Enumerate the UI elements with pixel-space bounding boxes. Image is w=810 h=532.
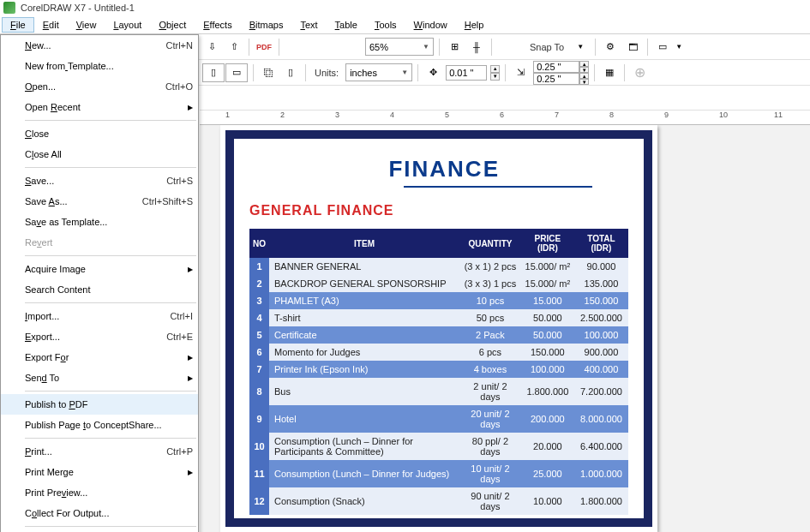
menu-item-acquire-image[interactable]: Acquire Image▶ xyxy=(1,259,198,279)
snap-dropdown[interactable]: ▼ xyxy=(571,38,590,57)
separator xyxy=(647,39,648,56)
menu-effects[interactable]: Effects xyxy=(195,17,240,33)
menu-item-new[interactable]: New...Ctrl+N xyxy=(1,35,198,56)
page-orientation-portrait[interactable]: ▯ xyxy=(202,63,225,82)
menu-item-print-merge[interactable]: Print Merge▶ xyxy=(1,462,198,482)
separator xyxy=(253,64,254,81)
page-orientation-landscape[interactable]: ▭ xyxy=(225,63,248,82)
cell-total: 7.200.000 xyxy=(574,378,628,405)
cell-qty: 10 unit/ 2 days xyxy=(459,460,521,487)
menu-item-export[interactable]: Export...Ctrl+E xyxy=(1,326,198,347)
menu-icon xyxy=(4,79,20,94)
menu-file[interactable]: File xyxy=(2,17,34,33)
document-page[interactable]: FINANCE GENERAL FINANCE NOITEMQUANTITYPR… xyxy=(220,125,657,532)
menu-item-save[interactable]: Save...Ctrl+S xyxy=(1,170,198,191)
menu-item-close[interactable]: Close xyxy=(1,123,198,144)
export-icon[interactable]: ⇧ xyxy=(225,38,243,57)
menu-table[interactable]: Table xyxy=(327,17,366,33)
menu-icon xyxy=(4,505,20,521)
cell-price: 200.000 xyxy=(521,405,574,433)
menu-item-save-as[interactable]: Save As...Ctrl+Shift+S xyxy=(1,191,198,212)
menu-item-collect-for-output[interactable]: Collect For Output... xyxy=(1,503,198,523)
table-row: 9Hotel20 unit/ 2 days200.0008.000.000 xyxy=(249,405,628,433)
menu-bitmaps[interactable]: Bitmaps xyxy=(241,17,292,33)
menu-item-label: Print Merge xyxy=(25,467,184,477)
menu-item-new-from-template[interactable]: New from Template... xyxy=(1,56,198,76)
table-row: 1BANNER GENERAL(3 x 1) 2 pcs15.000/ m²90… xyxy=(249,258,628,275)
cell-qty: 4 boxes xyxy=(459,361,521,378)
menu-item-close-all[interactable]: Close All xyxy=(1,144,198,164)
menu-item-search-content[interactable]: Search Content xyxy=(1,279,198,300)
dup-y-input[interactable]: 0.25 " xyxy=(533,73,579,85)
menu-item-print[interactable]: Print...Ctrl+P xyxy=(1,441,198,462)
cell-qty: 10 pcs xyxy=(459,292,521,309)
nudge-input[interactable]: 0.01 " xyxy=(446,65,487,81)
snap-icon[interactable]: ⊞ xyxy=(445,38,464,57)
menu-icon xyxy=(4,126,20,141)
menu-layout[interactable]: Layout xyxy=(105,17,150,33)
table-row: 6Momento for Judges6 pcs150.000900.000 xyxy=(249,344,628,361)
ruler-tick: 6 xyxy=(500,111,504,119)
menu-item-label: New... xyxy=(25,40,166,51)
submenu-arrow-icon: ▶ xyxy=(188,374,193,382)
treat-as-filled-icon[interactable]: ▦ xyxy=(600,63,619,82)
table-header: TOTAL (IDR) xyxy=(574,229,628,258)
nudge-spinner[interactable]: ▲▼ xyxy=(490,65,500,81)
pdf-icon[interactable]: PDF xyxy=(255,38,273,57)
units-combo[interactable]: inches ▼ xyxy=(345,63,412,81)
launch-icon[interactable]: 🗔 xyxy=(623,38,642,57)
shortcut: Ctrl+O xyxy=(165,81,193,92)
menu-text[interactable]: Text xyxy=(291,17,326,33)
table-row: 11Consumption (Lunch – Dinner for Judges… xyxy=(249,460,628,487)
ruler-tick: 10 xyxy=(719,111,728,119)
drawing-canvas[interactable]: FINANCE GENERAL FINANCE NOITEMQUANTITYPR… xyxy=(200,125,810,532)
cell-price: 50.000 xyxy=(521,326,574,344)
menu-item-open-recent[interactable]: Open Recent▶ xyxy=(1,97,198,117)
cell-no: 7 xyxy=(249,361,269,378)
cell-item: Printer Ink (Epson Ink) xyxy=(269,361,459,378)
cell-total: 2.500.000 xyxy=(574,309,628,326)
menu-item-open[interactable]: Open...Ctrl+O xyxy=(1,76,198,97)
page-frame: FINANCE GENERAL FINANCE NOITEMQUANTITYPR… xyxy=(225,130,652,527)
menu-icon xyxy=(4,214,20,230)
menu-item-publish-page-to-conceptshare[interactable]: Publish Page to ConceptShare... xyxy=(1,415,198,435)
menu-item-send-to[interactable]: Send To▶ xyxy=(1,368,198,388)
all-pages-icon[interactable]: ⿻ xyxy=(259,63,278,82)
menu-item-print-preview[interactable]: Print Preview... xyxy=(1,482,198,503)
menu-icon xyxy=(4,485,20,500)
menu-view[interactable]: View xyxy=(68,17,105,33)
layout-icon[interactable]: ▭ xyxy=(653,38,672,57)
menu-icon xyxy=(4,444,20,459)
title-underline xyxy=(404,186,592,188)
current-page-icon[interactable]: ▯ xyxy=(281,63,300,82)
menu-tools[interactable]: Tools xyxy=(366,17,405,33)
menu-item-publish-to-pdf[interactable]: Publish to PDF xyxy=(1,394,198,415)
menu-edit[interactable]: Edit xyxy=(34,17,68,33)
cell-price: 25.000 xyxy=(521,460,574,487)
menu-item-label: Import... xyxy=(25,311,170,321)
guides-icon[interactable]: ╫ xyxy=(467,38,486,57)
menu-item-label: Save As... xyxy=(25,196,142,206)
menu-object[interactable]: Object xyxy=(150,17,195,33)
cell-item: BACKDROP GENERAL SPONSORSHIP xyxy=(269,275,459,292)
menu-item-import[interactable]: Import...Ctrl+I xyxy=(1,306,198,326)
dup-x-input[interactable]: 0.25 " xyxy=(533,61,579,73)
options-icon[interactable]: ⚙ xyxy=(601,38,620,57)
menu-window[interactable]: Window xyxy=(405,17,456,33)
cell-price: 20.000 xyxy=(521,433,574,460)
add-icon[interactable]: ⊕ xyxy=(630,63,649,82)
zoom-combo[interactable]: 65% ▼ xyxy=(365,38,434,56)
table-row: 4T-shirt50 pcs50.0002.500.000 xyxy=(249,309,628,326)
menu-help[interactable]: Help xyxy=(456,17,493,33)
duplicate-distance-icon[interactable]: ⇲ xyxy=(511,63,530,82)
app-logo-icon xyxy=(3,2,15,14)
menu-item-revert[interactable]: Revert xyxy=(1,232,198,253)
menu-item-save-as-template[interactable]: Save as Template... xyxy=(1,212,198,232)
nudge-icon[interactable]: ✥ xyxy=(423,63,442,82)
cell-price: 15.000 xyxy=(521,292,574,309)
horizontal-ruler[interactable]: 1234567891011 xyxy=(200,110,810,125)
table-header: ITEM xyxy=(269,229,459,258)
import-icon[interactable]: ⇩ xyxy=(202,38,221,57)
menu-item-export-for[interactable]: Export For▶ xyxy=(1,347,198,368)
cell-item: BANNER GENERAL xyxy=(269,258,459,275)
